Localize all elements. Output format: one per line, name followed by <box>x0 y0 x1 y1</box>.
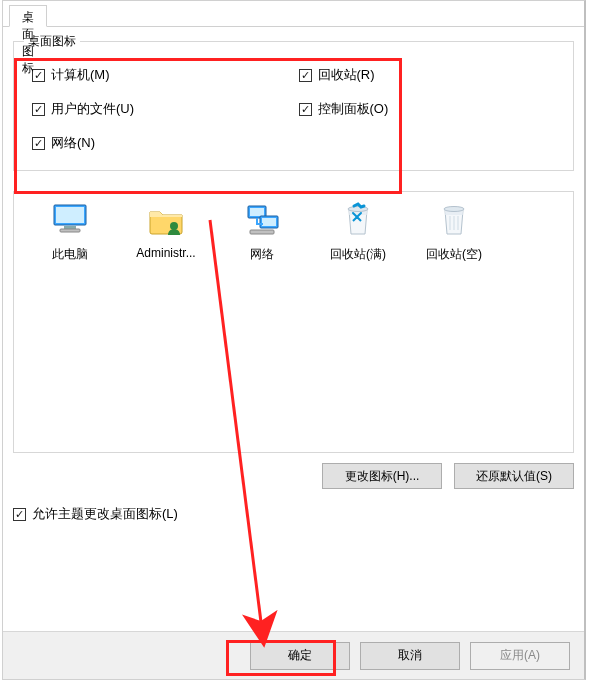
checkbox-recycle-bin[interactable]: 回收站(R) <box>299 66 556 84</box>
recycle-bin-empty-icon <box>434 202 474 238</box>
checkbox-allow-theme[interactable]: 允许主题更改桌面图标(L) <box>13 505 574 523</box>
svg-rect-1 <box>56 207 84 223</box>
network-icon <box>242 202 282 238</box>
checkbox-control-panel[interactable]: 控制面板(O) <box>299 100 556 118</box>
preview-button-row: 更改图标(H)... 还原默认值(S) <box>13 463 574 489</box>
cancel-button[interactable]: 取消 <box>360 642 460 670</box>
tab-desktop-icons[interactable]: 桌面图标 <box>9 5 47 27</box>
preview-item-user-folder[interactable]: Administr... <box>120 202 212 263</box>
check-icon <box>32 103 45 116</box>
svg-point-11 <box>444 207 464 212</box>
checkbox-label: 计算机(M) <box>51 66 110 84</box>
check-icon <box>32 137 45 150</box>
preview-label: Administr... <box>120 242 212 260</box>
checkbox-label: 回收站(R) <box>318 66 375 84</box>
checkbox-label: 控制面板(O) <box>318 100 389 118</box>
svg-point-10 <box>348 207 368 212</box>
checkbox-label: 用户的文件(U) <box>51 100 134 118</box>
preview-label: 网络 <box>216 242 308 263</box>
preview-item-recycle-empty[interactable]: 回收站(空) <box>408 202 500 263</box>
svg-rect-6 <box>250 208 264 216</box>
preview-item-recycle-full[interactable]: 回收站(满) <box>312 202 404 263</box>
preview-label: 此电脑 <box>24 242 116 263</box>
folder-user-icon <box>146 202 186 238</box>
dialog-button-bar: 确定 取消 应用(A) <box>3 631 584 679</box>
checkbox-label: 允许主题更改桌面图标(L) <box>32 505 178 523</box>
apply-button[interactable]: 应用(A) <box>470 642 570 670</box>
svg-point-4 <box>170 222 178 230</box>
desktop-icons-fieldset: 桌面图标 计算机(M) 回收站(R) 用户的文件(U) 控制面板(O) <box>13 41 574 171</box>
svg-rect-3 <box>60 229 80 232</box>
check-icon <box>299 103 312 116</box>
tab-content: 桌面图标 计算机(M) 回收站(R) 用户的文件(U) 控制面板(O) <box>13 41 574 631</box>
preview-item-this-pc[interactable]: 此电脑 <box>24 202 116 263</box>
svg-rect-9 <box>250 230 274 234</box>
preview-label: 回收站(满) <box>312 242 404 263</box>
desktop-icon-settings-window: 桌面图标 桌面图标 计算机(M) 回收站(R) 用户的文件(U) <box>2 0 586 680</box>
checkbox-user-files[interactable]: 用户的文件(U) <box>32 100 289 118</box>
preview-item-network[interactable]: 网络 <box>216 202 308 263</box>
checkbox-computer[interactable]: 计算机(M) <box>32 66 289 84</box>
recycle-bin-full-icon <box>338 202 378 238</box>
tab-divider <box>3 26 584 27</box>
check-icon <box>299 69 312 82</box>
change-icon-button[interactable]: 更改图标(H)... <box>322 463 442 489</box>
ok-button[interactable]: 确定 <box>250 642 350 670</box>
icon-preview-list[interactable]: 此电脑 Administr... <box>13 191 574 453</box>
monitor-icon <box>50 202 90 238</box>
svg-rect-8 <box>262 218 276 226</box>
checkbox-network[interactable]: 网络(N) <box>32 134 289 152</box>
checkbox-label: 网络(N) <box>51 134 95 152</box>
restore-default-button[interactable]: 还原默认值(S) <box>454 463 574 489</box>
preview-label: 回收站(空) <box>408 242 500 263</box>
check-icon <box>13 508 26 521</box>
